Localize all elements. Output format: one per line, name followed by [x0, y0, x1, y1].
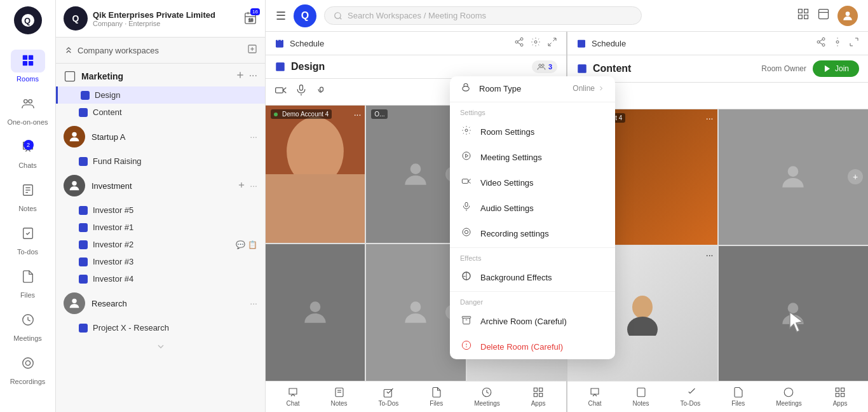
join-button[interactable]: Join	[813, 60, 859, 77]
dropdown-archive-room[interactable]: Archive Room (Careful)	[450, 308, 615, 334]
dropdown-video-settings[interactable]: Video Settings	[450, 170, 615, 195]
footer-apps-right[interactable]: Apps	[833, 387, 848, 407]
cell-2-label: O...	[371, 109, 388, 119]
schedule-label-left: Schedule	[290, 39, 324, 48]
sidebar-item-one-on-ones[interactable]: One-on-ones	[0, 88, 55, 131]
svg-rect-71	[539, 394, 543, 397]
share-icon-right[interactable]	[816, 37, 826, 50]
svg-rect-100	[462, 317, 470, 319]
user-actions-research[interactable]: ···	[250, 298, 257, 308]
svg-line-50	[548, 43, 552, 46]
footer-chat-right[interactable]: Chat	[588, 387, 601, 407]
footer-files-left[interactable]: Files	[430, 387, 443, 407]
audio-settings-icon	[460, 202, 473, 214]
settings-icon-left[interactable]	[531, 37, 541, 50]
panels-area: Schedule Design	[266, 32, 868, 412]
marketing-group-header[interactable]: Marketing ···	[56, 64, 265, 86]
expand-icon-left[interactable]	[547, 37, 557, 50]
video-btn-left[interactable]	[275, 84, 287, 100]
footer-notes-right[interactable]: Notes	[633, 387, 649, 407]
svg-point-7	[28, 100, 31, 104]
calendar-icon[interactable]: 16 16	[243, 11, 257, 27]
dropdown-recording-settings[interactable]: Recording settings	[450, 221, 615, 246]
grid-icon[interactable]	[797, 8, 810, 24]
room-item-fund-raising[interactable]: Fund Raising	[56, 153, 265, 170]
sidebar-item-meetings[interactable]: Meetings	[0, 304, 55, 347]
dropdown-room-settings[interactable]: Room Settings	[450, 119, 615, 144]
room-item-investor-1[interactable]: Investor #1	[56, 219, 265, 236]
cell-1-actions[interactable]: ···	[354, 109, 362, 120]
room-type-row[interactable]: Room Type Online	[450, 76, 615, 100]
sidebar-item-rooms[interactable]: Rooms	[0, 45, 55, 88]
rc-cell-2: +	[719, 109, 869, 245]
room-item-design[interactable]: Design	[56, 86, 265, 104]
settings-section-label: Settings	[450, 104, 615, 119]
room-item-investor-4[interactable]: Investor #4	[56, 270, 265, 287]
svg-point-73	[822, 38, 825, 40]
footer-apps-left[interactable]: Apps	[531, 387, 546, 407]
dropdown-meeting-settings[interactable]: Meeting Settings	[450, 144, 615, 170]
dropdown-delete-room[interactable]: Delete Room (Careful)	[450, 334, 615, 359]
add-room-icon[interactable]	[235, 70, 245, 83]
chat-icon-investor2[interactable]: 💬	[236, 240, 245, 249]
footer-meetings-right[interactable]: Meetings	[776, 387, 802, 407]
room-footer-right: Chat Notes To-Dos Files Meetings	[567, 381, 868, 412]
mic-btn-left[interactable]	[295, 84, 308, 100]
search-bar[interactable]: Search Workspaces / Meeting Rooms	[324, 6, 642, 25]
sidebar-item-chats[interactable]: 2 Chats	[0, 131, 55, 174]
room-item-investor-5[interactable]: Investor #5	[56, 202, 265, 219]
settings-icon-right[interactable]	[832, 37, 843, 50]
footer-chat-left[interactable]: Chat	[286, 387, 299, 407]
footer-todos-left[interactable]: To-Dos	[379, 387, 399, 407]
sidebar-item-recordings[interactable]: Recordings	[0, 347, 55, 390]
room-type-label: Room Type	[479, 84, 521, 93]
room-item-investor-3[interactable]: Investor #3	[56, 253, 265, 270]
sidebar-item-files[interactable]: Files	[0, 261, 55, 304]
footer-files-right[interactable]: Files	[731, 387, 745, 407]
expand-icon-right[interactable]	[849, 37, 859, 50]
more-investment-icon[interactable]: ···	[250, 181, 257, 191]
scroll-down-indicator[interactable]	[56, 336, 265, 357]
meeting-settings-label: Meeting Settings	[480, 153, 542, 162]
investor-2-actions: 💬 📋	[236, 240, 257, 249]
room-item-investor-2[interactable]: Investor #2 💬 📋	[56, 236, 265, 253]
audio-settings-btn-left[interactable]	[315, 84, 328, 100]
dropdown-audio-settings[interactable]: Audio Settings	[450, 195, 615, 221]
hamburger-icon[interactable]: ☰	[276, 9, 286, 23]
user-item-research[interactable]: Research ···	[56, 287, 265, 319]
add-person-rc2[interactable]: +	[848, 169, 863, 184]
footer-meetings-label-left: Meetings	[474, 400, 500, 407]
user-name-research: Research	[92, 299, 243, 308]
footer-meetings-left[interactable]: Meetings	[474, 387, 500, 407]
add-investment-icon[interactable]	[237, 181, 246, 191]
footer-todos-label-left: To-Dos	[379, 400, 399, 407]
user-actions-startup-a[interactable]: ···	[250, 132, 257, 142]
footer-todos-right[interactable]: To-Dos	[681, 387, 701, 407]
user-item-investment[interactable]: Investment ···	[56, 170, 265, 202]
room-item-project-x[interactable]: Project X - Research	[56, 319, 265, 336]
svg-point-74	[817, 41, 820, 43]
background-effects-icon	[460, 271, 473, 284]
rc-3-actions[interactable]: ···	[706, 250, 714, 260]
svg-point-6	[24, 100, 27, 104]
dropdown-arrow	[507, 70, 520, 76]
share-icon-left[interactable]	[514, 37, 524, 50]
rc-1-actions[interactable]: ···	[706, 113, 714, 123]
user-item-startup-a[interactable]: Startup A ···	[56, 121, 265, 153]
user-avatar-top[interactable]	[837, 6, 858, 26]
meeting-settings-icon	[460, 151, 473, 163]
layout-icon[interactable]	[817, 8, 830, 24]
copy-icon-investor2[interactable]: 📋	[248, 240, 257, 249]
dropdown-background-effects[interactable]: Background Effects	[450, 264, 615, 290]
user-actions-investment[interactable]: ···	[237, 181, 257, 191]
more-icon[interactable]: ···	[249, 70, 257, 83]
room-item-content[interactable]: Content	[56, 104, 265, 121]
company-type: Company · Enterprise	[93, 20, 215, 27]
add-workspace-icon[interactable]	[247, 44, 257, 57]
svg-point-85	[788, 303, 799, 313]
sidebar-item-notes[interactable]: Notes	[0, 174, 55, 217]
nav-meetings-label: Meetings	[13, 334, 42, 342]
delete-room-icon	[460, 340, 473, 353]
sidebar-item-todos[interactable]: To-dos	[0, 217, 55, 261]
footer-notes-left[interactable]: Notes	[331, 387, 348, 407]
